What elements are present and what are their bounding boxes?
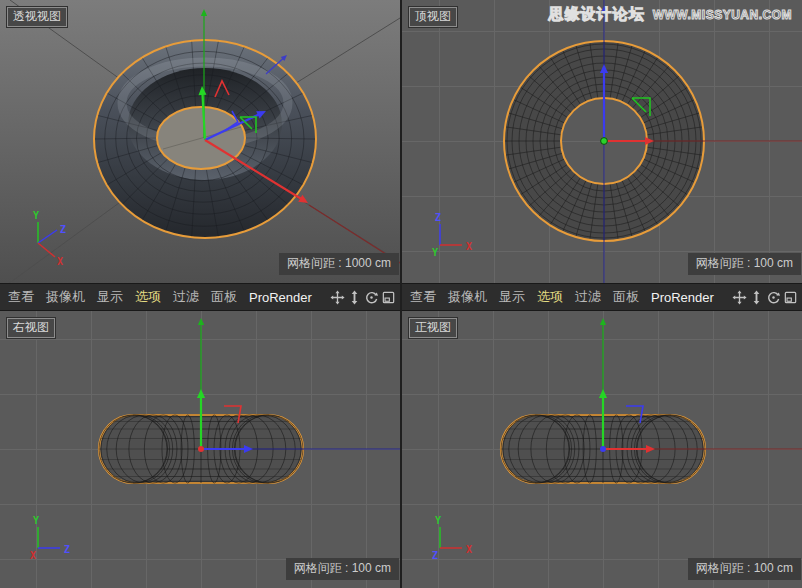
menu-prorender[interactable]: ProRender (249, 290, 312, 305)
viewport-menubar-left: 查看 摄像机 显示 选项 过滤 面板 ProRender (0, 283, 400, 311)
perspective-canvas (0, 0, 400, 283)
menu-display[interactable]: 显示 (97, 288, 123, 306)
menu-filter[interactable]: 过滤 (575, 288, 601, 306)
viewport-label-right: 右视图 (7, 318, 55, 338)
menu-view[interactable]: 查看 (410, 288, 436, 306)
menu-cameras[interactable]: 摄像机 (46, 288, 85, 306)
grid-spacing-label: 网格间距 : 100 cm (286, 558, 399, 580)
viewport-label-top: 顶视图 (409, 7, 457, 27)
viewport-nav-icons (732, 290, 800, 305)
menu-display[interactable]: 显示 (499, 288, 525, 306)
viewport-perspective[interactable]: 透视视图 网格间距 : 1000 cm Y Z X (0, 0, 400, 283)
menu-panel[interactable]: 面板 (613, 288, 639, 306)
grid-spacing-label: 网格间距 : 100 cm (688, 253, 801, 275)
toggle-viewport-icon[interactable] (381, 290, 396, 305)
right-view-canvas (0, 311, 400, 588)
viewport-right-view[interactable]: 右视图 网格间距 : 100 cm Y Z X (0, 311, 400, 588)
grid-spacing-label: 网格间距 : 1000 cm (279, 253, 399, 275)
viewport-label-perspective: 透视视图 (7, 7, 67, 27)
viewport-nav-icons (330, 290, 398, 305)
menu-cameras[interactable]: 摄像机 (448, 288, 487, 306)
c4d-four-view-window: 透视视图 网格间距 : 1000 cm Y Z X 顶视图 网格间距 : 100… (0, 0, 802, 588)
menu-options[interactable]: 选项 (537, 288, 563, 306)
viewport-top[interactable]: 顶视图 网格间距 : 100 cm 思缘设计论坛 WWW.MISSYUAN.CO… (402, 0, 802, 283)
menu-options[interactable]: 选项 (135, 288, 161, 306)
zoom-icon[interactable] (749, 290, 764, 305)
front-view-canvas (402, 311, 802, 588)
viewport-front-view[interactable]: 正视图 网格间距 : 100 cm Y X Z (402, 311, 802, 588)
top-view-canvas (402, 0, 802, 283)
menu-view[interactable]: 查看 (8, 288, 34, 306)
menu-filter[interactable]: 过滤 (173, 288, 199, 306)
viewport-label-front: 正视图 (409, 318, 457, 338)
viewport-menubar-right: 查看 摄像机 显示 选项 过滤 面板 ProRender (402, 283, 802, 311)
rotate-icon[interactable] (364, 290, 379, 305)
zoom-icon[interactable] (347, 290, 362, 305)
pan-icon[interactable] (732, 290, 747, 305)
rotate-icon[interactable] (766, 290, 781, 305)
grid-spacing-label: 网格间距 : 100 cm (688, 558, 801, 580)
menu-panel[interactable]: 面板 (211, 288, 237, 306)
pan-icon[interactable] (330, 290, 345, 305)
menu-prorender[interactable]: ProRender (651, 290, 714, 305)
toggle-viewport-icon[interactable] (783, 290, 798, 305)
